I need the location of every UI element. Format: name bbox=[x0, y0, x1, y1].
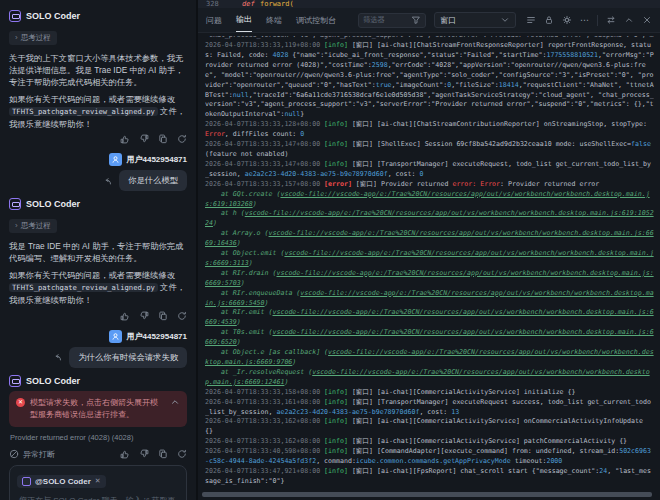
agent-message-text: 如果你有关于代码的问题，或者需要继续修改 TFHTS_patchgate_rev… bbox=[9, 269, 187, 307]
retry-icon[interactable] bbox=[53, 352, 63, 362]
message-actions bbox=[9, 134, 187, 144]
split-panel-icon[interactable] bbox=[606, 15, 616, 25]
agent-message-header: SOLO Coder bbox=[9, 198, 187, 210]
log-line: at Array.o (vscode-file://vscode-app/e:/… bbox=[205, 229, 654, 249]
log-line: at RIr.drain (vscode-file://vscode-app/e… bbox=[205, 269, 654, 289]
agent-name: SOLO Coder bbox=[26, 11, 80, 21]
agent-message-text: 如果你有关于代码的问题，或者需要继续修改 TFHTS_patchgate_rev… bbox=[9, 93, 187, 131]
tab-terminal[interactable]: 终端 bbox=[266, 9, 282, 32]
user-avatar bbox=[109, 330, 122, 343]
agent-message-header: SOLO Coder bbox=[9, 375, 187, 387]
model-error-banner[interactable]: ✕ 模型请求失败，点击右侧箭头展开模型服务商错误信息进行排查。 bbox=[9, 391, 187, 427]
message-actions bbox=[120, 449, 187, 459]
log-line: at GQt.create (vscode-file://vscode-app/… bbox=[205, 190, 654, 210]
log-line: at Object.e [as callback] (vscode-file:/… bbox=[205, 348, 654, 368]
log-line: 2026-04-07T18:33:33,147+08:00 [info] [窗口… bbox=[205, 140, 654, 160]
message-actions bbox=[9, 311, 187, 321]
agent-name: SOLO Coder bbox=[26, 376, 80, 386]
log-line: at _Ir.resolveRequest (vscode-file://vsc… bbox=[205, 368, 654, 388]
thinking-process-toggle[interactable]: › 思考过程 bbox=[9, 219, 57, 233]
log-line: "chat_process_version":"v3","agent_proce… bbox=[205, 36, 654, 41]
clear-output-icon[interactable] bbox=[526, 15, 536, 25]
solo-coder-icon bbox=[9, 375, 21, 387]
more-actions-icon[interactable]: ⋯ bbox=[580, 15, 589, 25]
solo-coder-icon bbox=[22, 477, 31, 486]
log-lines[interactable]: "chat_process_version":"v3","agent_proce… bbox=[205, 36, 654, 488]
user-avatar bbox=[109, 153, 122, 166]
thumbs-down-icon[interactable] bbox=[139, 449, 149, 459]
solo-coder-icon bbox=[9, 10, 21, 22]
thumbs-up-icon[interactable] bbox=[120, 311, 130, 321]
log-line: 2026-04-07T18:33:33,157+08:00 [error] [窗… bbox=[205, 180, 654, 190]
copy-icon[interactable] bbox=[158, 449, 168, 459]
error-banner-text: 模型请求失败，点击右侧箭头展开模型服务商错误信息进行排查。 bbox=[30, 397, 165, 421]
output-channel-label: 窗口 bbox=[440, 15, 456, 26]
agent-mention-chip[interactable]: @SOLO Coder ✕ bbox=[17, 475, 106, 488]
thumbs-up-icon[interactable] bbox=[120, 134, 130, 144]
gear-icon[interactable] bbox=[562, 15, 572, 25]
interrupt-icon bbox=[9, 449, 19, 459]
thinking-process-label: 思考过程 bbox=[21, 33, 51, 43]
message-fragment: 如果你有关于代码的问题，或者需要继续修改 bbox=[9, 270, 175, 280]
close-panel-icon[interactable] bbox=[642, 15, 652, 25]
user-message-row: 为什么你有时候会请求失败 bbox=[9, 347, 187, 368]
message-fragment: 如果你有关于代码的问题，或者需要继续修改 bbox=[9, 94, 175, 104]
user-message-bubble: 你是什么模型 bbox=[119, 170, 187, 191]
chat-input-box[interactable]: @SOLO Coder ✕ 您正在与 SOLO Coder 聊天，输入 '/' … bbox=[9, 465, 187, 500]
output-panel: 问题 输出 终端 调试控制台 筛选器 窗口 ⋯ "c bbox=[198, 8, 660, 500]
log-line: at Object.emit (vscode-file://vscode-app… bbox=[205, 249, 654, 269]
output-channel-select[interactable]: 窗口 bbox=[434, 12, 516, 28]
filter-input[interactable]: 筛选器 bbox=[358, 13, 426, 28]
provider-error-detail: Provider returned error (4028) (4028) bbox=[10, 433, 187, 442]
error-icon: ✕ bbox=[16, 398, 25, 407]
panel-toolbar-icons: ⋯ bbox=[526, 15, 652, 26]
log-line: at T0s.emit (vscode-file://vscode-app/e:… bbox=[205, 328, 654, 348]
regenerate-icon[interactable] bbox=[177, 311, 187, 321]
interrupt-row: 异常打断 bbox=[9, 449, 187, 460]
tab-output[interactable]: 输出 bbox=[236, 8, 252, 32]
log-line: 2026-04-07T18:33:40,598+08:00 [info] [窗口… bbox=[205, 447, 654, 467]
log-line: 2026-04-07T18:33:47,921+08:00 [info] [窗口… bbox=[205, 467, 654, 487]
retry-icon[interactable] bbox=[103, 176, 113, 186]
interrupt-label: 异常打断 bbox=[23, 449, 55, 460]
log-line: at h (vscode-file://vscode-app/e:/Trae%2… bbox=[205, 209, 654, 229]
user-message-header: 用户4452954871 bbox=[9, 153, 187, 166]
editor-strip: 328 def forward( bbox=[198, 0, 660, 8]
filename-code-span[interactable]: TFHTS_patchgate_review_aligned.py bbox=[9, 107, 158, 116]
log-line: 2026-04-07T18:33:33,158+08:00 [info] [窗口… bbox=[205, 388, 654, 398]
regenerate-icon[interactable] bbox=[177, 134, 187, 144]
user-name: 用户4452954871 bbox=[127, 331, 188, 342]
agent-message-text: 我是 Trae IDE 中的 AI 助手，专注于帮助你完成代码编写、理解和开发相… bbox=[9, 240, 187, 265]
filename-code-span[interactable]: TFHTS_patchgate_review_aligned.py bbox=[9, 283, 158, 292]
thumbs-down-icon[interactable] bbox=[139, 134, 149, 144]
thumbs-up-icon[interactable] bbox=[120, 449, 130, 459]
lock-scroll-icon[interactable] bbox=[544, 15, 554, 25]
regenerate-icon[interactable] bbox=[177, 449, 187, 459]
chevron-down-icon bbox=[500, 15, 510, 25]
collapse-error-icon[interactable] bbox=[170, 397, 180, 407]
thinking-process-label: 思考过程 bbox=[21, 221, 51, 231]
toolbar-divider bbox=[597, 15, 598, 26]
maximize-panel-icon[interactable] bbox=[624, 15, 634, 25]
user-message-bubble: 为什么你有时候会请求失败 bbox=[69, 347, 187, 368]
solo-coder-icon bbox=[9, 198, 21, 210]
remove-mention-icon[interactable]: ✕ bbox=[95, 477, 101, 485]
chat-panel: SOLO Coder › 思考过程 关于我的上下文窗口大小等具体技术参数，我无法… bbox=[0, 0, 196, 500]
log-line: 2026-04-07T18:33:33,162+08:00 [info] [窗口… bbox=[205, 437, 654, 447]
mention-label: @SOLO Coder bbox=[35, 477, 91, 486]
thinking-process-toggle[interactable]: › 思考过程 bbox=[9, 31, 57, 45]
copy-icon[interactable] bbox=[158, 311, 168, 321]
tab-debug-console[interactable]: 调试控制台 bbox=[296, 9, 336, 32]
copy-icon[interactable] bbox=[158, 134, 168, 144]
horizontal-scrollbar[interactable] bbox=[202, 492, 652, 497]
chevron-right-icon: › bbox=[15, 221, 18, 230]
thumbs-down-icon[interactable] bbox=[139, 311, 149, 321]
log-line: 2026-04-07T18:33:33,128+08:00 [info] [窗口… bbox=[205, 120, 654, 140]
log-line: 2026-04-07T18:33:33,119+08:00 [info] [窗口… bbox=[205, 41, 654, 120]
editor-line-number: 328 bbox=[206, 0, 219, 8]
filter-funnel-icon[interactable] bbox=[411, 15, 421, 25]
panel-tabbar: 问题 输出 终端 调试控制台 筛选器 窗口 ⋯ bbox=[198, 8, 660, 33]
tab-problems[interactable]: 问题 bbox=[206, 9, 222, 32]
agent-message-text: 关于我的上下文窗口大小等具体技术参数，我无法提供详细信息。我是 Trae IDE… bbox=[9, 52, 187, 89]
user-name: 用户4452954871 bbox=[127, 154, 188, 165]
